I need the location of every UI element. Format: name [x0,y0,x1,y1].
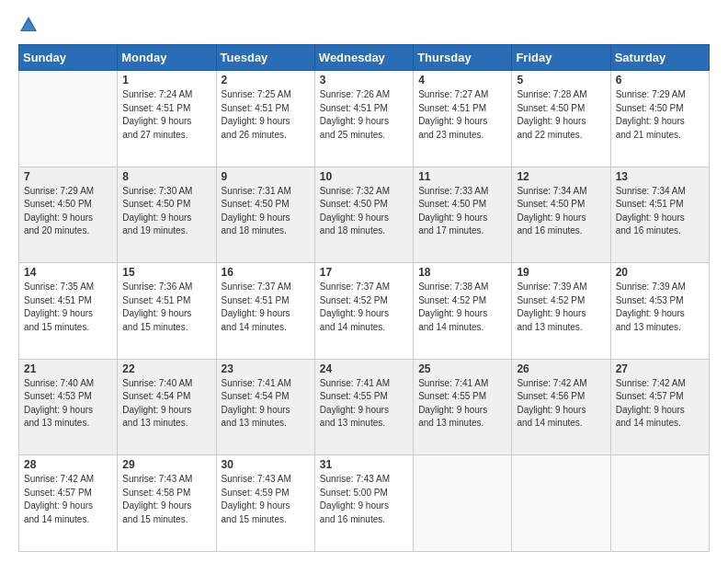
day-info: Sunrise: 7:42 AM Sunset: 4:56 PM Dayligh… [517,377,605,431]
day-info: Sunrise: 7:42 AM Sunset: 4:57 PM Dayligh… [24,473,112,526]
calendar-cell: 17Sunrise: 7:37 AM Sunset: 4:52 PM Dayli… [314,263,413,360]
calendar-cell: 7Sunrise: 7:29 AM Sunset: 4:50 PM Daylig… [19,167,118,263]
day-info: Sunrise: 7:37 AM Sunset: 4:51 PM Dayligh… [222,281,310,334]
day-number: 8 [122,170,210,183]
week-row-5: 28Sunrise: 7:42 AM Sunset: 4:57 PM Dayli… [19,455,710,552]
week-row-2: 7Sunrise: 7:29 AM Sunset: 4:50 PM Daylig… [19,167,710,263]
calendar-cell: 4Sunrise: 7:27 AM Sunset: 4:51 PM Daylig… [414,71,512,167]
day-info: Sunrise: 7:33 AM Sunset: 4:50 PM Dayligh… [418,185,506,238]
calendar-cell: 21Sunrise: 7:40 AM Sunset: 4:53 PM Dayli… [19,359,118,455]
calendar-cell: 23Sunrise: 7:41 AM Sunset: 4:54 PM Dayli… [216,359,314,455]
calendar-cell: 25Sunrise: 7:41 AM Sunset: 4:55 PM Dayli… [414,359,512,455]
calendar-cell: 18Sunrise: 7:38 AM Sunset: 4:52 PM Dayli… [414,263,512,360]
day-number: 28 [24,458,112,471]
calendar-cell: 2Sunrise: 7:25 AM Sunset: 4:51 PM Daylig… [216,71,314,167]
header [18,15,710,35]
day-number: 6 [616,74,704,86]
day-info: Sunrise: 7:31 AM Sunset: 4:50 PM Dayligh… [222,185,310,238]
calendar-cell [19,71,118,167]
day-info: Sunrise: 7:41 AM Sunset: 4:55 PM Dayligh… [320,377,408,431]
weekday-header-friday: Friday [512,45,610,71]
day-info: Sunrise: 7:32 AM Sunset: 4:50 PM Dayligh… [320,185,408,238]
day-number: 15 [122,266,210,279]
day-info: Sunrise: 7:38 AM Sunset: 4:52 PM Dayligh… [418,281,506,334]
day-number: 4 [418,74,506,86]
day-number: 23 [222,362,310,375]
day-info: Sunrise: 7:43 AM Sunset: 4:58 PM Dayligh… [122,473,210,526]
calendar-cell: 5Sunrise: 7:28 AM Sunset: 4:50 PM Daylig… [512,71,610,167]
day-number: 20 [616,266,704,279]
day-number: 27 [616,362,704,375]
day-number: 17 [320,266,408,279]
day-info: Sunrise: 7:28 AM Sunset: 4:50 PM Dayligh… [517,88,605,142]
calendar-cell: 8Sunrise: 7:30 AM Sunset: 4:50 PM Daylig… [118,167,216,263]
day-number: 31 [320,458,408,471]
day-info: Sunrise: 7:26 AM Sunset: 4:51 PM Dayligh… [320,88,408,142]
calendar-cell: 22Sunrise: 7:40 AM Sunset: 4:54 PM Dayli… [118,359,216,455]
calendar-cell: 3Sunrise: 7:26 AM Sunset: 4:51 PM Daylig… [314,71,413,167]
day-number: 18 [418,266,506,279]
day-number: 26 [517,362,605,375]
day-number: 5 [517,74,605,86]
day-info: Sunrise: 7:41 AM Sunset: 4:54 PM Dayligh… [222,377,310,431]
day-number: 19 [517,266,605,279]
calendar: SundayMondayTuesdayWednesdayThursdayFrid… [18,44,710,552]
calendar-cell: 26Sunrise: 7:42 AM Sunset: 4:56 PM Dayli… [512,359,610,455]
week-row-1: 1Sunrise: 7:24 AM Sunset: 4:51 PM Daylig… [19,71,710,167]
calendar-cell: 6Sunrise: 7:29 AM Sunset: 4:50 PM Daylig… [610,71,709,167]
day-info: Sunrise: 7:43 AM Sunset: 5:00 PM Dayligh… [320,473,408,526]
weekday-header-monday: Monday [118,45,216,71]
day-number: 7 [24,170,112,183]
calendar-cell: 31Sunrise: 7:43 AM Sunset: 5:00 PM Dayli… [314,455,413,552]
calendar-cell: 19Sunrise: 7:39 AM Sunset: 4:52 PM Dayli… [512,263,610,360]
day-info: Sunrise: 7:29 AM Sunset: 4:50 PM Dayligh… [616,88,704,142]
day-number: 1 [122,74,210,86]
day-info: Sunrise: 7:34 AM Sunset: 4:50 PM Dayligh… [517,185,605,238]
day-info: Sunrise: 7:40 AM Sunset: 4:53 PM Dayligh… [24,377,112,431]
day-info: Sunrise: 7:37 AM Sunset: 4:52 PM Dayligh… [320,281,408,334]
weekday-header-thursday: Thursday [414,45,512,71]
calendar-cell: 12Sunrise: 7:34 AM Sunset: 4:50 PM Dayli… [512,167,610,263]
day-number: 10 [320,170,408,183]
day-info: Sunrise: 7:39 AM Sunset: 4:53 PM Dayligh… [616,281,704,334]
weekday-header-tuesday: Tuesday [216,45,314,71]
weekday-header-wednesday: Wednesday [314,45,413,71]
day-number: 12 [517,170,605,183]
logo-icon [18,15,39,35]
calendar-cell: 30Sunrise: 7:43 AM Sunset: 4:59 PM Dayli… [216,455,314,552]
calendar-cell: 24Sunrise: 7:41 AM Sunset: 4:55 PM Dayli… [314,359,413,455]
day-number: 24 [320,362,408,375]
day-info: Sunrise: 7:34 AM Sunset: 4:51 PM Dayligh… [616,185,704,238]
calendar-cell: 16Sunrise: 7:37 AM Sunset: 4:51 PM Dayli… [216,263,314,360]
calendar-cell: 27Sunrise: 7:42 AM Sunset: 4:57 PM Dayli… [610,359,709,455]
day-info: Sunrise: 7:35 AM Sunset: 4:51 PM Dayligh… [24,281,112,334]
day-number: 16 [222,266,310,279]
calendar-cell: 10Sunrise: 7:32 AM Sunset: 4:50 PM Dayli… [314,167,413,263]
day-info: Sunrise: 7:29 AM Sunset: 4:50 PM Dayligh… [24,185,112,238]
day-number: 30 [222,458,310,471]
weekday-header-saturday: Saturday [610,45,709,71]
week-row-3: 14Sunrise: 7:35 AM Sunset: 4:51 PM Dayli… [19,263,710,360]
page: SundayMondayTuesdayWednesdayThursdayFrid… [0,0,728,563]
day-number: 3 [320,74,408,86]
day-number: 13 [616,170,704,183]
calendar-cell: 1Sunrise: 7:24 AM Sunset: 4:51 PM Daylig… [118,71,216,167]
day-info: Sunrise: 7:24 AM Sunset: 4:51 PM Dayligh… [122,88,210,142]
day-info: Sunrise: 7:36 AM Sunset: 4:51 PM Dayligh… [122,281,210,334]
day-info: Sunrise: 7:30 AM Sunset: 4:50 PM Dayligh… [122,185,210,238]
day-number: 22 [122,362,210,375]
day-number: 11 [418,170,506,183]
day-number: 14 [24,266,112,279]
day-number: 21 [24,362,112,375]
calendar-cell: 29Sunrise: 7:43 AM Sunset: 4:58 PM Dayli… [118,455,216,552]
day-info: Sunrise: 7:27 AM Sunset: 4:51 PM Dayligh… [418,88,506,142]
calendar-cell [414,455,512,552]
calendar-cell [512,455,610,552]
calendar-cell: 9Sunrise: 7:31 AM Sunset: 4:50 PM Daylig… [216,167,314,263]
calendar-cell: 20Sunrise: 7:39 AM Sunset: 4:53 PM Dayli… [610,263,709,360]
day-number: 9 [222,170,310,183]
day-info: Sunrise: 7:42 AM Sunset: 4:57 PM Dayligh… [616,377,704,431]
day-info: Sunrise: 7:43 AM Sunset: 4:59 PM Dayligh… [222,473,310,526]
calendar-cell: 14Sunrise: 7:35 AM Sunset: 4:51 PM Dayli… [19,263,118,360]
logo [18,15,42,35]
